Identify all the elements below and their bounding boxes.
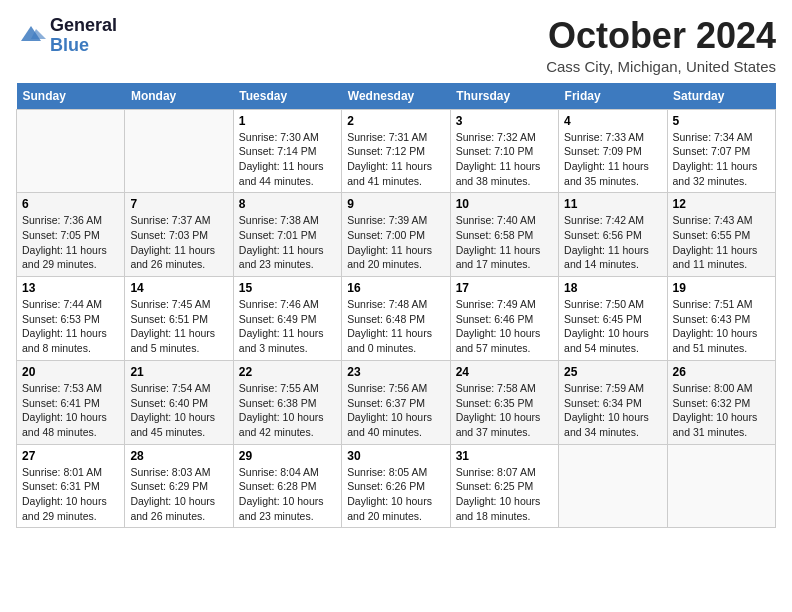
- day-number: 26: [673, 365, 770, 379]
- day-number: 16: [347, 281, 444, 295]
- month-title: October 2024: [546, 16, 776, 56]
- day-number: 6: [22, 197, 119, 211]
- day-number: 23: [347, 365, 444, 379]
- day-number: 12: [673, 197, 770, 211]
- calendar-cell: 25Sunrise: 7:59 AM Sunset: 6:34 PM Dayli…: [559, 360, 667, 444]
- calendar-cell: [667, 444, 775, 528]
- logo-icon: [16, 21, 46, 51]
- calendar-cell: 1Sunrise: 7:30 AM Sunset: 7:14 PM Daylig…: [233, 109, 341, 193]
- calendar-week-row: 1Sunrise: 7:30 AM Sunset: 7:14 PM Daylig…: [17, 109, 776, 193]
- calendar-week-row: 6Sunrise: 7:36 AM Sunset: 7:05 PM Daylig…: [17, 193, 776, 277]
- day-info: Sunrise: 8:05 AM Sunset: 6:26 PM Dayligh…: [347, 465, 444, 524]
- calendar-cell: 26Sunrise: 8:00 AM Sunset: 6:32 PM Dayli…: [667, 360, 775, 444]
- day-number: 28: [130, 449, 227, 463]
- day-info: Sunrise: 7:48 AM Sunset: 6:48 PM Dayligh…: [347, 297, 444, 356]
- day-info: Sunrise: 7:49 AM Sunset: 6:46 PM Dayligh…: [456, 297, 553, 356]
- day-number: 19: [673, 281, 770, 295]
- day-info: Sunrise: 7:53 AM Sunset: 6:41 PM Dayligh…: [22, 381, 119, 440]
- day-info: Sunrise: 7:50 AM Sunset: 6:45 PM Dayligh…: [564, 297, 661, 356]
- weekday-header: Tuesday: [233, 83, 341, 110]
- day-info: Sunrise: 7:38 AM Sunset: 7:01 PM Dayligh…: [239, 213, 336, 272]
- day-info: Sunrise: 7:36 AM Sunset: 7:05 PM Dayligh…: [22, 213, 119, 272]
- day-number: 21: [130, 365, 227, 379]
- day-info: Sunrise: 7:55 AM Sunset: 6:38 PM Dayligh…: [239, 381, 336, 440]
- day-number: 31: [456, 449, 553, 463]
- day-info: Sunrise: 7:54 AM Sunset: 6:40 PM Dayligh…: [130, 381, 227, 440]
- calendar-table: SundayMondayTuesdayWednesdayThursdayFrid…: [16, 83, 776, 529]
- calendar-cell: 4Sunrise: 7:33 AM Sunset: 7:09 PM Daylig…: [559, 109, 667, 193]
- day-info: Sunrise: 7:56 AM Sunset: 6:37 PM Dayligh…: [347, 381, 444, 440]
- day-info: Sunrise: 8:03 AM Sunset: 6:29 PM Dayligh…: [130, 465, 227, 524]
- calendar-cell: 20Sunrise: 7:53 AM Sunset: 6:41 PM Dayli…: [17, 360, 125, 444]
- logo-text: General Blue: [50, 16, 117, 56]
- day-info: Sunrise: 7:42 AM Sunset: 6:56 PM Dayligh…: [564, 213, 661, 272]
- day-info: Sunrise: 8:01 AM Sunset: 6:31 PM Dayligh…: [22, 465, 119, 524]
- weekday-header: Monday: [125, 83, 233, 110]
- day-number: 30: [347, 449, 444, 463]
- calendar-cell: 9Sunrise: 7:39 AM Sunset: 7:00 PM Daylig…: [342, 193, 450, 277]
- calendar-cell: 23Sunrise: 7:56 AM Sunset: 6:37 PM Dayli…: [342, 360, 450, 444]
- location: Cass City, Michigan, United States: [546, 58, 776, 75]
- calendar-cell: 2Sunrise: 7:31 AM Sunset: 7:12 PM Daylig…: [342, 109, 450, 193]
- calendar-cell: 13Sunrise: 7:44 AM Sunset: 6:53 PM Dayli…: [17, 277, 125, 361]
- calendar-cell: 14Sunrise: 7:45 AM Sunset: 6:51 PM Dayli…: [125, 277, 233, 361]
- day-number: 9: [347, 197, 444, 211]
- weekday-header: Wednesday: [342, 83, 450, 110]
- weekday-header: Sunday: [17, 83, 125, 110]
- day-info: Sunrise: 8:00 AM Sunset: 6:32 PM Dayligh…: [673, 381, 770, 440]
- day-number: 10: [456, 197, 553, 211]
- calendar-cell: 21Sunrise: 7:54 AM Sunset: 6:40 PM Dayli…: [125, 360, 233, 444]
- day-number: 1: [239, 114, 336, 128]
- day-number: 27: [22, 449, 119, 463]
- calendar-cell: 24Sunrise: 7:58 AM Sunset: 6:35 PM Dayli…: [450, 360, 558, 444]
- calendar-cell: [17, 109, 125, 193]
- day-info: Sunrise: 7:59 AM Sunset: 6:34 PM Dayligh…: [564, 381, 661, 440]
- day-number: 7: [130, 197, 227, 211]
- logo: General Blue: [16, 16, 117, 56]
- day-info: Sunrise: 7:31 AM Sunset: 7:12 PM Dayligh…: [347, 130, 444, 189]
- calendar-cell: 10Sunrise: 7:40 AM Sunset: 6:58 PM Dayli…: [450, 193, 558, 277]
- day-info: Sunrise: 7:45 AM Sunset: 6:51 PM Dayligh…: [130, 297, 227, 356]
- day-number: 22: [239, 365, 336, 379]
- day-number: 5: [673, 114, 770, 128]
- day-number: 14: [130, 281, 227, 295]
- day-info: Sunrise: 7:46 AM Sunset: 6:49 PM Dayligh…: [239, 297, 336, 356]
- calendar-cell: 8Sunrise: 7:38 AM Sunset: 7:01 PM Daylig…: [233, 193, 341, 277]
- calendar-cell: 3Sunrise: 7:32 AM Sunset: 7:10 PM Daylig…: [450, 109, 558, 193]
- calendar-week-row: 13Sunrise: 7:44 AM Sunset: 6:53 PM Dayli…: [17, 277, 776, 361]
- calendar-week-row: 20Sunrise: 7:53 AM Sunset: 6:41 PM Dayli…: [17, 360, 776, 444]
- calendar-cell: 31Sunrise: 8:07 AM Sunset: 6:25 PM Dayli…: [450, 444, 558, 528]
- day-info: Sunrise: 7:44 AM Sunset: 6:53 PM Dayligh…: [22, 297, 119, 356]
- calendar-week-row: 27Sunrise: 8:01 AM Sunset: 6:31 PM Dayli…: [17, 444, 776, 528]
- weekday-header: Friday: [559, 83, 667, 110]
- calendar-cell: 15Sunrise: 7:46 AM Sunset: 6:49 PM Dayli…: [233, 277, 341, 361]
- day-info: Sunrise: 7:34 AM Sunset: 7:07 PM Dayligh…: [673, 130, 770, 189]
- day-info: Sunrise: 7:43 AM Sunset: 6:55 PM Dayligh…: [673, 213, 770, 272]
- calendar-cell: 7Sunrise: 7:37 AM Sunset: 7:03 PM Daylig…: [125, 193, 233, 277]
- day-number: 29: [239, 449, 336, 463]
- day-number: 3: [456, 114, 553, 128]
- day-number: 18: [564, 281, 661, 295]
- calendar-cell: 28Sunrise: 8:03 AM Sunset: 6:29 PM Dayli…: [125, 444, 233, 528]
- calendar-cell: 29Sunrise: 8:04 AM Sunset: 6:28 PM Dayli…: [233, 444, 341, 528]
- weekday-header-row: SundayMondayTuesdayWednesdayThursdayFrid…: [17, 83, 776, 110]
- day-number: 24: [456, 365, 553, 379]
- weekday-header: Thursday: [450, 83, 558, 110]
- day-info: Sunrise: 7:32 AM Sunset: 7:10 PM Dayligh…: [456, 130, 553, 189]
- calendar-cell: 12Sunrise: 7:43 AM Sunset: 6:55 PM Dayli…: [667, 193, 775, 277]
- calendar-cell: [125, 109, 233, 193]
- day-info: Sunrise: 7:30 AM Sunset: 7:14 PM Dayligh…: [239, 130, 336, 189]
- day-number: 25: [564, 365, 661, 379]
- calendar-cell: 27Sunrise: 8:01 AM Sunset: 6:31 PM Dayli…: [17, 444, 125, 528]
- day-info: Sunrise: 7:40 AM Sunset: 6:58 PM Dayligh…: [456, 213, 553, 272]
- day-number: 20: [22, 365, 119, 379]
- calendar-cell: 30Sunrise: 8:05 AM Sunset: 6:26 PM Dayli…: [342, 444, 450, 528]
- day-number: 4: [564, 114, 661, 128]
- calendar-cell: 5Sunrise: 7:34 AM Sunset: 7:07 PM Daylig…: [667, 109, 775, 193]
- day-number: 15: [239, 281, 336, 295]
- calendar-cell: 18Sunrise: 7:50 AM Sunset: 6:45 PM Dayli…: [559, 277, 667, 361]
- day-number: 13: [22, 281, 119, 295]
- calendar-cell: 16Sunrise: 7:48 AM Sunset: 6:48 PM Dayli…: [342, 277, 450, 361]
- day-info: Sunrise: 7:51 AM Sunset: 6:43 PM Dayligh…: [673, 297, 770, 356]
- day-info: Sunrise: 8:04 AM Sunset: 6:28 PM Dayligh…: [239, 465, 336, 524]
